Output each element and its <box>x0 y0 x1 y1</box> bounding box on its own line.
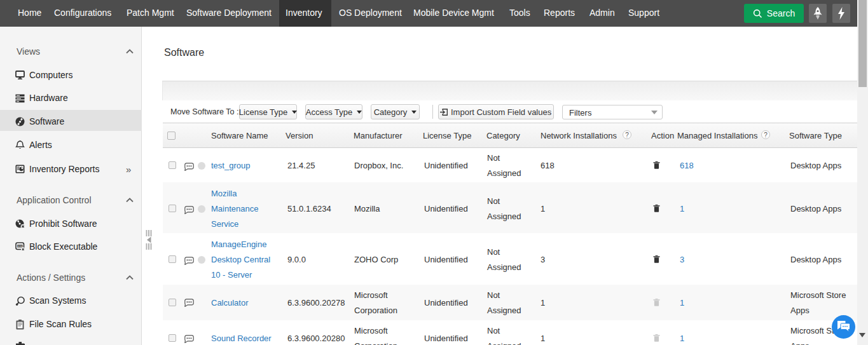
svg-text:EXE: EXE <box>18 245 23 248</box>
